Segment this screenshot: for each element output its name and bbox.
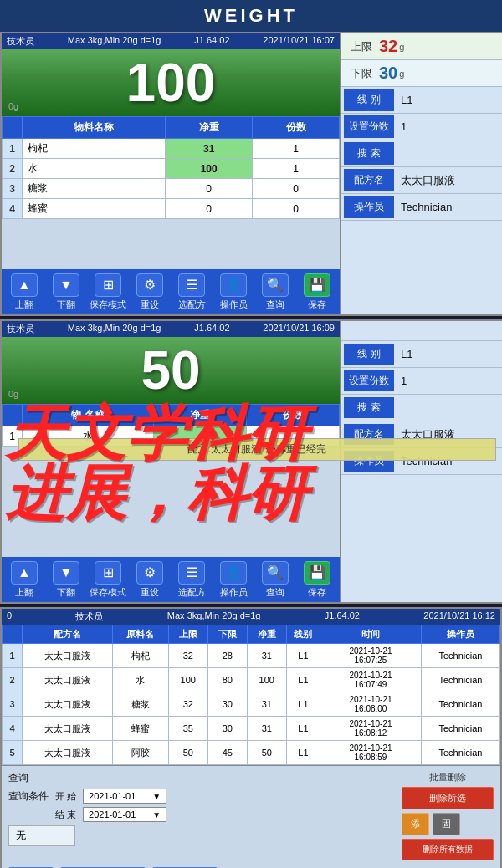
btn-reset[interactable]: ⚙ 重设 bbox=[129, 273, 171, 311]
btn-save[interactable]: 💾 保存 bbox=[296, 273, 338, 311]
p2-btn-operator[interactable]: 👤 操作员 bbox=[213, 561, 254, 599]
panel1: 技术员 Max 3kg,Min 20g d=1g J1.64.02 2021/1… bbox=[0, 32, 502, 316]
btn-confirm[interactable]: 固 bbox=[433, 813, 460, 835]
p2-user: 技术员 bbox=[7, 323, 34, 335]
p1-status-bar: 技术员 Max 3kg,Min 20g d=1g J1.64.02 2021/1… bbox=[2, 33, 340, 49]
table-row: 1 枸杞 31 1 bbox=[3, 139, 340, 159]
p3-th-time: 时间 bbox=[320, 625, 422, 644]
p1-lower-limit-row: 下限 30 g bbox=[341, 60, 502, 87]
p1-datetime: 2021/10/21 16:07 bbox=[263, 35, 335, 48]
btn-save-mode[interactable]: ⊞ 保存模式 bbox=[87, 273, 129, 311]
p3-batch-label: 批量删除 bbox=[402, 771, 494, 784]
p3-status-bar: 0 技术员 Max 3kg,Min 20g d=1g J1.64.02 2021… bbox=[2, 609, 500, 625]
p1-formula-row: 配方名 太太口服液 bbox=[341, 167, 502, 194]
p2-unit-small: 0g bbox=[8, 389, 18, 399]
p2-search-row[interactable]: 搜 索 bbox=[341, 395, 502, 421]
table-row: 1 太太口服液 枸杞 32 28 31 L1 2021-10-2116:07:2… bbox=[3, 644, 500, 668]
p2-btn-reset[interactable]: ⚙ 重设 bbox=[129, 561, 171, 599]
p2-notification: 配方:太太口服液1份称重已经完 bbox=[18, 438, 496, 461]
p1-th-num bbox=[3, 117, 23, 139]
p1-weight-value: 100 bbox=[126, 52, 216, 114]
p3-th-net: 净重 bbox=[247, 625, 286, 644]
btn-operator[interactable]: 👤 操作员 bbox=[213, 273, 254, 311]
p2-datetime: 2021/10/21 16:09 bbox=[263, 323, 335, 335]
p3-th-num bbox=[3, 625, 23, 644]
p3-th-operator: 操作员 bbox=[421, 625, 499, 644]
btn-formula[interactable]: ☰ 选配方 bbox=[171, 273, 213, 311]
p3-start-date-input[interactable]: 2021-01-01 ▼ bbox=[83, 789, 166, 804]
p2-weight-value: 50 bbox=[141, 340, 200, 401]
p3-th-line: 线别 bbox=[286, 625, 320, 644]
p1-upper-limit-row: 上限 32 g bbox=[341, 33, 502, 60]
btn-query[interactable]: 🔍 查询 bbox=[254, 273, 296, 311]
p2-btn-save[interactable]: 💾 保存 bbox=[296, 561, 338, 599]
p1-th-count: 份数 bbox=[253, 117, 340, 139]
p2-btn-save-mode[interactable]: ⊞ 保存模式 bbox=[87, 561, 129, 599]
p3-th-formula: 配方名 bbox=[23, 625, 112, 644]
table-row: 4 蜂蜜 0 0 bbox=[3, 199, 340, 219]
table-row: 3 糖浆 0 0 bbox=[3, 179, 340, 199]
p2-btn-formula[interactable]: ☰ 选配方 bbox=[171, 561, 213, 599]
table-row: 5 太太口服液 阿胶 50 45 50 L1 2021-10-2116:08:5… bbox=[3, 741, 500, 765]
table-row: 4 太太口服液 蜂蜜 35 30 31 L1 2021-10-2116:08:1… bbox=[3, 717, 500, 741]
btn-up[interactable]: ▲ 上翻 bbox=[3, 273, 45, 311]
app-title: WEIGHT bbox=[204, 5, 298, 26]
p1-upper-label: 上限 bbox=[344, 36, 379, 58]
p2-btn-up[interactable]: ▲ 上翻 bbox=[3, 561, 45, 599]
p2-btn-query[interactable]: 🔍 查询 bbox=[254, 561, 296, 599]
table-row: 3 太太口服液 糖浆 32 30 31 L1 2021-10-2116:08:0… bbox=[3, 692, 500, 717]
btn-delete-all[interactable]: 删除所有数据 bbox=[402, 839, 494, 860]
p2-portions-row: 设置份数 1 bbox=[341, 368, 502, 395]
p3-maxweight: Max 3kg,Min 20g d=1g bbox=[167, 610, 261, 623]
table-row: 2 太太口服液 水 100 80 100 L1 2021-10-2116:07:… bbox=[3, 668, 500, 692]
p1-weight-display: 0g 100 bbox=[2, 49, 340, 116]
p3-start-label: 开 始 bbox=[55, 790, 76, 803]
p1-search-row[interactable]: 搜 索 bbox=[341, 140, 502, 167]
p3-th-material: 原料名 bbox=[112, 625, 168, 644]
p3-user: 技术员 bbox=[75, 610, 103, 623]
p1-th-weight: 净重 bbox=[166, 117, 253, 139]
p3-datetime: 2021/10/21 16:12 bbox=[423, 610, 495, 623]
p1-lower-label: 下限 bbox=[344, 63, 379, 84]
p2-maxweight: Max 3kg,Min 20g d=1g bbox=[68, 323, 161, 335]
table-row: 2 水 100 1 bbox=[3, 159, 340, 179]
p1-maxweight: Max 3kg,Min 20g d=1g bbox=[68, 35, 161, 48]
p1-version: J1.64.02 bbox=[194, 35, 229, 48]
p3-end-date-input[interactable]: 2021-01-01 ▼ bbox=[83, 807, 166, 822]
p3-query-label: 查询 bbox=[8, 771, 49, 785]
p2-upper-right-val: 0 bbox=[341, 321, 502, 341]
p3-th-lower: 下限 bbox=[207, 625, 247, 644]
panel2: 技术员 Max 3kg,Min 20g d=1g J1.64.02 2021/1… bbox=[0, 319, 502, 604]
p2-th-name: 物 名称 bbox=[23, 405, 154, 426]
btn-add[interactable]: 添 bbox=[402, 813, 429, 835]
p1-operator-row: 操作员 Technician bbox=[341, 194, 502, 221]
btn-down[interactable]: ▼ 下翻 bbox=[45, 273, 87, 311]
p1-user: 技术员 bbox=[7, 35, 34, 48]
p2-weight-display: 0g 50 bbox=[2, 337, 340, 404]
panel3: 0 技术员 Max 3kg,Min 20g d=1g J1.64.02 2021… bbox=[0, 607, 502, 868]
p2-line-row[interactable]: 线 别 L1 ▼ bbox=[341, 341, 502, 368]
btn-delete-selected[interactable]: 删除所选 bbox=[402, 787, 494, 809]
p2-toolbar: ▲ 上翻 ▼ 下翻 ⊞ 保存模式 ⚙ 重设 ☰ 选配方 bbox=[2, 557, 340, 602]
p3-version: J1.64.02 bbox=[325, 610, 360, 623]
p3-th-upper: 上限 bbox=[168, 625, 207, 644]
app-header: WEIGHT bbox=[0, 0, 502, 32]
p1-unit-small: 0g bbox=[8, 101, 18, 111]
p2-status-bar: 技术员 Max 3kg,Min 20g d=1g J1.64.02 2021/1… bbox=[2, 321, 340, 337]
p1-portions-row[interactable]: 设置份数 1 ▼ bbox=[341, 114, 502, 140]
p3-left: 0 bbox=[7, 610, 12, 623]
p2-btn-down[interactable]: ▼ 下翻 bbox=[45, 561, 87, 599]
p2-th-count: 份数 bbox=[247, 405, 340, 426]
p2-th-num bbox=[3, 405, 23, 426]
p1-toolbar: ▲ 上翻 ▼ 下翻 ⊞ 保存模式 ⚙ 重设 ☰ 选配方 bbox=[2, 269, 340, 314]
p3-condition-label: 查询条件 bbox=[8, 789, 49, 804]
p1-th-name: 物料名称 bbox=[23, 117, 166, 139]
p3-no-value: 无 bbox=[8, 825, 75, 846]
p2-version: J1.64.02 bbox=[194, 323, 229, 335]
p1-line-row[interactable]: 线 别 L1 ▼ bbox=[341, 87, 502, 114]
p3-end-label: 结 束 bbox=[55, 809, 76, 821]
p2-th-weight: 净重 bbox=[154, 405, 247, 426]
